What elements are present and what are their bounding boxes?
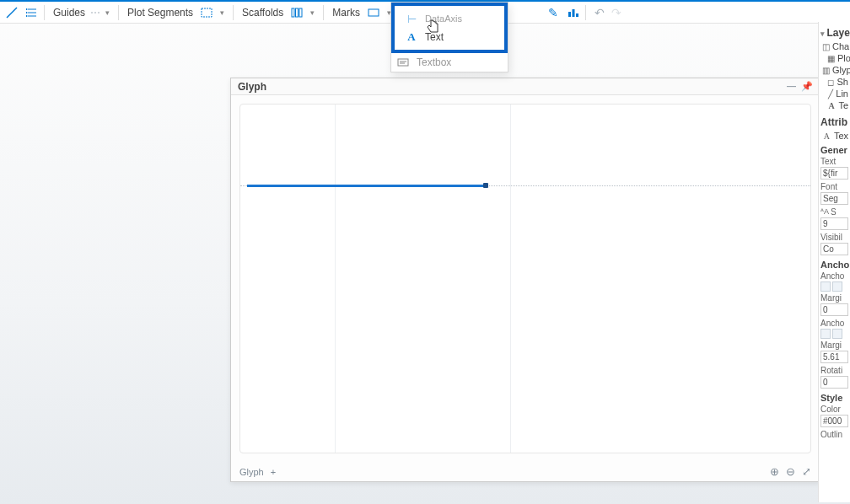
flyout-item-textbox[interactable]: Textbox [391, 53, 508, 72]
glyph-title: Glyph [238, 81, 266, 93]
bar-tool-icon[interactable] [565, 4, 582, 21]
fit-icon[interactable]: ⤢ [802, 465, 811, 478]
rect-dashed-icon [198, 4, 215, 21]
separator [118, 5, 119, 20]
anchor-y-buttons[interactable] [820, 329, 848, 339]
glyph-canvas[interactable] [239, 104, 811, 453]
align-middle-button[interactable] [832, 329, 842, 339]
layer-text[interactable]: ATe [820, 99, 848, 111]
chevron-down-icon: ▾ [220, 8, 224, 17]
margin-y-label: Margi [820, 340, 848, 350]
align-center-button[interactable] [832, 281, 842, 292]
svg-point-5 [26, 12, 28, 13]
layer-shape[interactable]: ◻Sh [820, 76, 848, 88]
rotation-label: Rotati [820, 366, 848, 375]
marks-dropdown[interactable]: Marks ▾ [327, 2, 396, 23]
chevron-down-icon: ▾ [310, 8, 315, 17]
align-left-button[interactable] [820, 281, 831, 292]
shape-icon: ◻ [827, 77, 835, 87]
svg-rect-9 [296, 8, 299, 17]
color-label: Color [820, 405, 848, 414]
scaffolds-dropdown[interactable]: Scaffolds ▾ [237, 2, 320, 23]
visibility-input[interactable] [820, 243, 848, 255]
text-input[interactable] [820, 167, 848, 180]
margin-label: Margi [820, 293, 848, 303]
flyout-highlight-box: ⊢ DataAxis A Text [391, 3, 508, 53]
pin-icon[interactable]: 📌 [801, 81, 813, 92]
label: Marks [332, 7, 360, 19]
size-label: S [831, 207, 837, 217]
svg-rect-17 [398, 59, 408, 66]
attr-item-text[interactable]: ATex [820, 130, 848, 142]
margin-y-input[interactable] [820, 351, 848, 363]
font-label: Font [820, 182, 848, 191]
flyout-label: Text [425, 31, 444, 43]
text-a-icon: A [405, 31, 418, 43]
chevron-down-icon: ▾ [105, 8, 110, 17]
label: Plot Segments [127, 7, 193, 19]
anchor-x-buttons[interactable] [820, 281, 848, 292]
svg-rect-7 [202, 8, 212, 17]
outline-label: Outlin [820, 430, 848, 439]
svg-rect-10 [299, 8, 302, 17]
style-section: Style [820, 393, 848, 403]
right-properties-panel: ▾ Layers ◫Chart ▦Plo ▥Glyph ◻Sh ╱Lin ATe… [818, 22, 850, 502]
flyout-item-dataaxis[interactable]: ⊢ DataAxis [400, 9, 499, 28]
layer-plot[interactable]: ▦Plo [820, 52, 848, 64]
glyph-footer-label: Glyph [239, 467, 264, 477]
text-label: Text [820, 157, 848, 166]
separator [233, 5, 234, 20]
zoom-in-icon[interactable]: ⊕ [770, 465, 779, 478]
text-attr-icon: A [822, 131, 831, 141]
flyout-item-text[interactable]: A Text [400, 28, 499, 46]
undo-icon[interactable]: ↶ [594, 6, 605, 19]
size-input[interactable] [820, 217, 848, 230]
font-input[interactable] [820, 192, 848, 205]
layer-chart[interactable]: ◫Chart [820, 40, 848, 52]
glyph-line-mark[interactable] [247, 185, 485, 187]
attributes-section-title: Attrib [820, 116, 848, 128]
anchor-section: Ancho [820, 260, 848, 270]
separator [44, 5, 45, 20]
guides-dropdown[interactable]: Guides ⋯ ▾ [48, 2, 115, 23]
svg-rect-11 [369, 9, 379, 16]
label: Guides [53, 7, 85, 19]
svg-point-6 [26, 15, 28, 17]
anchor-label: Ancho [820, 271, 848, 281]
glyph-icon: ▥ [822, 65, 830, 75]
flyout-label: Textbox [417, 56, 451, 68]
redo-icon[interactable]: ↷ [611, 6, 621, 19]
rotation-input[interactable] [820, 376, 848, 389]
rect-icon [365, 4, 382, 21]
color-input[interactable] [820, 415, 848, 427]
chart-icon: ◫ [822, 41, 830, 51]
columns-icon [288, 4, 305, 21]
layer-glyph[interactable]: ▥Glyph [820, 64, 848, 76]
svg-point-4 [26, 8, 28, 10]
line-tool-icon[interactable] [3, 4, 20, 21]
list-tool-icon[interactable] [24, 4, 40, 21]
marks-flyout-menu: ⊢ DataAxis A Text Textbox [390, 2, 508, 72]
svg-rect-14 [568, 12, 571, 17]
glyph-editor-window: Glyph — 📌 Glyph + ⊕ ⊖ ⤢ [230, 78, 820, 482]
general-section: Gener [820, 145, 848, 155]
vertical-guide [510, 105, 511, 453]
text-layer-icon: A [827, 100, 836, 110]
plot-segments-dropdown[interactable]: Plot Segments ▾ [122, 2, 229, 23]
minimize-icon[interactable]: — [787, 81, 796, 92]
add-glyph-button[interactable]: + [271, 467, 276, 477]
label: Scaffolds [242, 7, 283, 19]
vertical-guide [335, 105, 336, 453]
axis-icon: ⊢ [405, 13, 418, 24]
anchor-y-label: Ancho [820, 319, 848, 328]
zoom-out-icon[interactable]: ⊖ [786, 465, 795, 478]
separator [323, 5, 324, 20]
align-top-button[interactable] [820, 329, 831, 339]
layer-line[interactable]: ╱Lin [820, 88, 848, 99]
anchor-handle[interactable] [483, 183, 488, 188]
line-icon: ╱ [827, 88, 833, 99]
svg-line-0 [7, 8, 17, 18]
edit-tool-icon[interactable]: ✎ [545, 4, 562, 21]
grid-icon: ▦ [827, 53, 835, 63]
margin-x-input[interactable] [820, 303, 848, 316]
